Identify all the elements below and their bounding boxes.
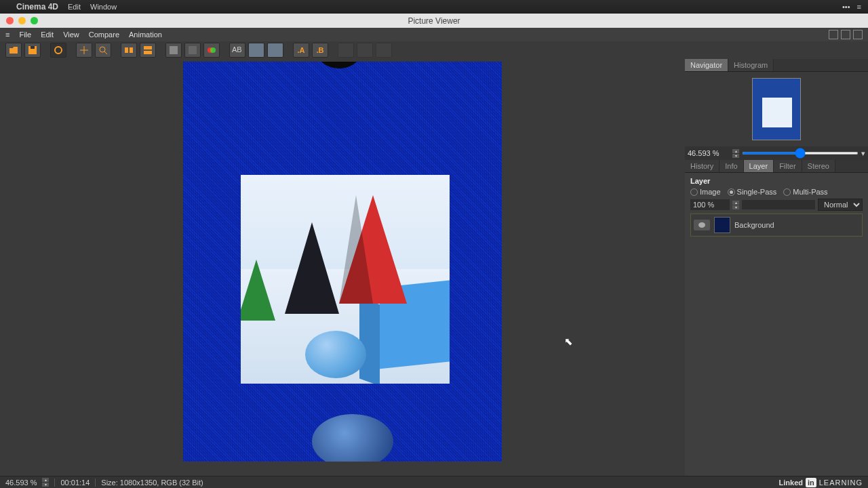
- viewport[interactable]: [0, 59, 685, 476]
- zoom-spinner[interactable]: ▴▾: [732, 149, 739, 158]
- layout-b-icon[interactable]: [841, 30, 850, 39]
- hamburger-icon[interactable]: ≡: [5, 30, 9, 39]
- menu-edit2[interactable]: Edit: [41, 30, 54, 39]
- app-menubar: ≡ File Edit View Compare Animation: [0, 28, 868, 41]
- menu-window[interactable]: Window: [90, 3, 117, 11]
- filter-2-icon[interactable]: [267, 43, 283, 58]
- radio-single-pass[interactable]: Single-Pass: [728, 188, 777, 196]
- b-button[interactable]: .B: [312, 43, 328, 58]
- ab-toggle-icon[interactable]: AB: [229, 43, 245, 58]
- zoom-dropdown-icon[interactable]: ▾: [861, 149, 865, 158]
- svg-point-12: [210, 47, 216, 53]
- filter-1-icon[interactable]: [248, 43, 264, 58]
- svg-rect-7: [144, 46, 152, 49]
- blend-mode-select[interactable]: Normal: [818, 199, 863, 211]
- opacity-spinner[interactable]: ▴▾: [732, 201, 739, 209]
- zoom-value[interactable]: 46.593 %: [688, 149, 730, 157]
- menu-animation[interactable]: Animation: [129, 30, 162, 39]
- svg-text:AB: AB: [232, 47, 242, 54]
- status-size: Size: 1080x1350, RGB (32 Bit): [101, 479, 203, 487]
- tab-info[interactable]: Info: [719, 160, 743, 172]
- render-icon[interactable]: [50, 43, 66, 58]
- svg-rect-6: [130, 47, 133, 53]
- svg-point-3: [100, 47, 105, 52]
- layer-row-background[interactable]: Background: [690, 214, 863, 237]
- disabled-1-icon: [338, 43, 354, 58]
- menubar-list-icon[interactable]: ≡: [857, 3, 861, 11]
- visibility-icon[interactable]: [694, 220, 710, 230]
- disabled-2-icon: [357, 43, 373, 58]
- move-icon[interactable]: [76, 43, 92, 58]
- render-region: [241, 175, 450, 384]
- status-time: 00:01:14: [60, 479, 90, 487]
- compare-a-icon[interactable]: [121, 43, 137, 58]
- menubar-dots-icon[interactable]: •••: [842, 3, 850, 11]
- linkedin-learning-logo: Linkedin LEARNING: [779, 478, 863, 487]
- save-icon[interactable]: [24, 43, 41, 58]
- window-titlebar: Picture Viewer: [0, 14, 868, 28]
- layout-c-icon[interactable]: [853, 30, 863, 39]
- layer-thumbnail: [714, 217, 730, 233]
- svg-rect-10: [189, 46, 197, 54]
- channel-1-icon[interactable]: [165, 43, 182, 58]
- menu-edit[interactable]: Edit: [68, 3, 81, 11]
- side-panel: Navigator Histogram 46.593 % ▴▾ ▾ Histor…: [685, 59, 868, 476]
- opacity-slider[interactable]: [742, 200, 815, 209]
- macos-menubar: Cinema 4D Edit Window ••• ≡: [0, 0, 868, 14]
- window-title: Picture Viewer: [0, 16, 868, 26]
- menu-compare[interactable]: Compare: [89, 30, 119, 39]
- status-bar: 46.593 % ▴▾ 00:01:14 Size: 1080x1350, RG…: [0, 476, 868, 488]
- render-canvas: [183, 62, 502, 462]
- layout-a-icon[interactable]: [829, 30, 838, 39]
- toolbar: AB .A .B: [0, 41, 868, 59]
- open-icon[interactable]: [5, 43, 22, 58]
- channel-3-icon[interactable]: [203, 43, 220, 58]
- zoom-slider[interactable]: [742, 152, 859, 155]
- status-zoom[interactable]: 46.593 %: [5, 479, 37, 487]
- svg-point-2: [55, 47, 62, 54]
- svg-rect-1: [31, 46, 35, 49]
- disabled-3-icon: [376, 43, 392, 58]
- tab-history[interactable]: History: [685, 160, 719, 172]
- menu-file[interactable]: File: [19, 30, 31, 39]
- menu-view[interactable]: View: [63, 30, 79, 39]
- tab-stereo[interactable]: Stereo: [802, 160, 835, 172]
- compare-b-icon[interactable]: [140, 43, 156, 58]
- tab-layer[interactable]: Layer: [744, 160, 774, 172]
- a-button[interactable]: .A: [293, 43, 309, 58]
- svg-line-4: [104, 52, 107, 54]
- tab-histogram[interactable]: Histogram: [728, 59, 774, 71]
- status-zoom-spinner[interactable]: ▴▾: [42, 478, 49, 487]
- zoom-icon[interactable]: [95, 43, 111, 58]
- channel-2-icon[interactable]: [184, 43, 201, 58]
- app-name[interactable]: Cinema 4D: [16, 2, 58, 12]
- svg-rect-5: [125, 47, 128, 53]
- tab-filter[interactable]: Filter: [774, 160, 802, 172]
- svg-rect-8: [144, 51, 152, 54]
- tab-navigator[interactable]: Navigator: [685, 59, 728, 71]
- navigator-thumbnail[interactable]: [752, 78, 801, 140]
- layer-name: Background: [734, 221, 774, 229]
- radio-multi-pass[interactable]: Multi-Pass: [783, 188, 827, 196]
- opacity-value[interactable]: 100 %: [690, 199, 730, 210]
- svg-rect-9: [170, 46, 178, 54]
- radio-image[interactable]: Image: [690, 188, 721, 196]
- layer-heading: Layer: [690, 177, 863, 185]
